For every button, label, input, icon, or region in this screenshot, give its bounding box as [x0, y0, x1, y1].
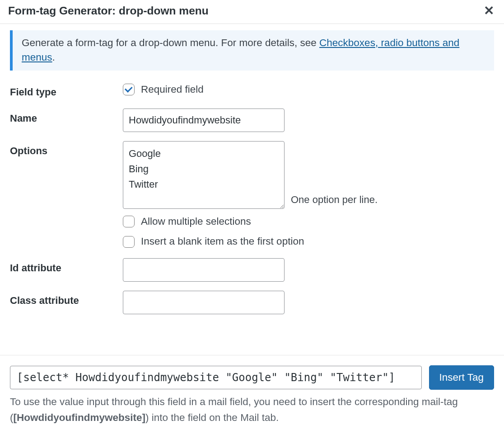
required-field-label: Required field [141, 82, 204, 97]
info-notice: Generate a form-tag for a drop-down menu… [10, 30, 494, 71]
notice-period: . [52, 52, 55, 63]
checkbox-icon [123, 84, 135, 95]
options-hint: One option per line. [291, 193, 378, 209]
label-options: Options [10, 141, 123, 158]
allow-multiple-checkbox[interactable]: Allow multiple selections [123, 214, 494, 229]
blank-first-checkbox[interactable]: Insert a blank item as the first option [123, 234, 494, 249]
insert-tag-button[interactable]: Insert Tag [429, 365, 494, 390]
checkbox-icon [123, 216, 135, 227]
row-field-type: Field type Required field [10, 82, 494, 99]
title-bar: Form-tag Generator: drop-down menu ✕ [0, 0, 504, 24]
row-name: Name [10, 109, 494, 132]
blank-first-label: Insert a blank item as the first option [141, 234, 304, 249]
label-class-attr: Class attribute [10, 291, 123, 308]
label-id-attr: Id attribute [10, 258, 123, 275]
dialog-title: Form-tag Generator: drop-down menu [8, 3, 209, 19]
insert-strip: Insert Tag [0, 355, 504, 394]
dialog-content: Generate a form-tag for a drop-down menu… [0, 24, 504, 332]
mail-help-after: ) into the field on the Mail tab. [145, 412, 279, 423]
name-input[interactable] [123, 109, 285, 132]
notice-lead-text: Generate a form-tag for a drop-down menu… [22, 37, 319, 48]
required-field-checkbox[interactable]: Required field [123, 82, 494, 97]
row-options: Options One option per line. Allow multi… [10, 141, 494, 249]
row-class-attribute: Class attribute [10, 291, 494, 314]
row-id-attribute: Id attribute [10, 258, 494, 282]
id-attribute-input[interactable] [123, 258, 285, 282]
class-attribute-input[interactable] [123, 291, 285, 314]
mail-tag-help: To use the value input through this fiel… [0, 394, 504, 425]
label-name: Name [10, 109, 123, 126]
checkbox-icon [123, 236, 135, 248]
label-field-type: Field type [10, 82, 123, 99]
mail-tag-code: [Howdidyoufindmywebsite] [14, 412, 146, 423]
options-textarea[interactable] [123, 141, 285, 209]
close-icon[interactable]: ✕ [482, 5, 496, 17]
allow-multiple-label: Allow multiple selections [141, 214, 251, 229]
generated-tag-output[interactable] [10, 366, 422, 389]
